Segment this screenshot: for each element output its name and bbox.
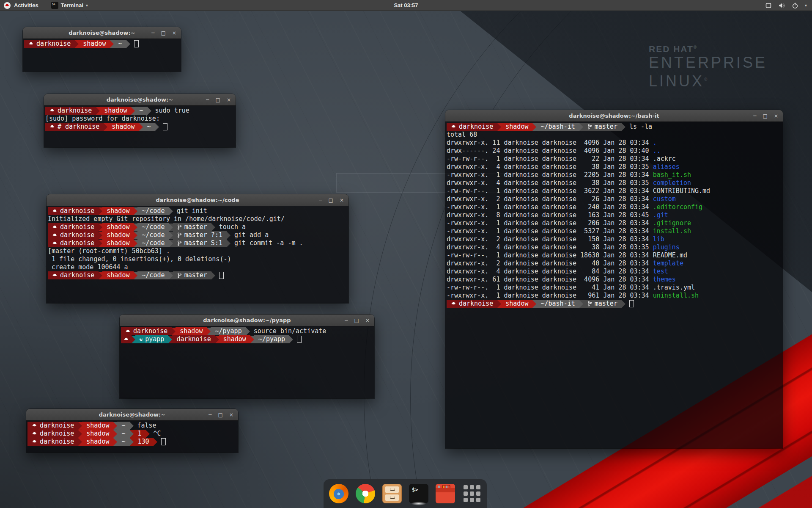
powerline-arrow (289, 336, 293, 343)
terminal-dock-icon[interactable]: $> (409, 484, 428, 503)
close-button[interactable]: × (229, 412, 233, 417)
terminal-cursor (297, 336, 302, 343)
toolbox-icon[interactable] (436, 484, 455, 503)
maximize-button[interactable]: □ (216, 97, 220, 102)
files-icon[interactable] (382, 484, 402, 503)
prompt-segment-user: darknoise (121, 327, 172, 335)
git-branch-icon (587, 124, 592, 130)
prompt-line: darknoiseshadow~/bash-itmasterls -la (447, 123, 783, 131)
maximize-button[interactable]: □ (329, 198, 333, 203)
minimize-button[interactable]: ─ (319, 198, 322, 203)
file-name: .travis.yml (653, 284, 695, 292)
powerline-arrow (134, 272, 137, 279)
window-titlebar[interactable]: darknoise@shadow:~/pyapp─□× (120, 315, 374, 326)
powerline-arrow (227, 240, 230, 247)
window-titlebar[interactable]: darknoise@shadow:~─□× (26, 409, 238, 421)
toolbox-lid (436, 488, 455, 492)
maximize-button[interactable]: □ (354, 318, 359, 323)
file-meta: drwxrwxr-x. 11 darknoise darknoise 4096 … (447, 139, 653, 147)
file-name: bash_it.sh (653, 171, 691, 179)
powerline-arrow (215, 336, 219, 343)
prompt-line: ☯pyappdarknoiseshadow~/pyapp (121, 335, 374, 343)
file-name: template (653, 260, 683, 268)
prompt-segment-user: darknoise (48, 231, 99, 239)
power-icon[interactable] (792, 2, 798, 9)
redhat-icon (52, 232, 58, 238)
prompt-line: # darknoiseshadow~ (45, 123, 236, 131)
terminal-content[interactable]: darknoiseshadow~/bash-itmasterls -latota… (445, 121, 783, 448)
close-button[interactable]: × (227, 97, 231, 102)
redhat-icon (32, 431, 37, 436)
maximize-button[interactable]: □ (763, 113, 768, 119)
terminal-cursor (629, 300, 634, 307)
close-button[interactable]: × (365, 318, 370, 323)
git-branch-icon (177, 232, 182, 238)
window-titlebar[interactable]: darknoise@shadow:~─□× (44, 94, 236, 106)
prompt-line: darknoiseshadow~130 (27, 438, 238, 446)
powerline-arrow (579, 300, 583, 308)
file-row: drwxrwxr-x. 61 darknoise darknoise 4096 … (447, 276, 783, 284)
minimize-button[interactable]: ─ (753, 113, 756, 119)
chrome-icon[interactable] (356, 484, 375, 503)
maximize-button[interactable]: □ (218, 412, 223, 417)
file-meta: -rw-rw-r--. 1 darknoise darknoise 41 Jan… (447, 284, 653, 292)
activities-button[interactable]: Activities (14, 2, 38, 8)
firefox-icon[interactable] (329, 484, 348, 503)
file-row: drwxrwxr-x. 2 darknoise darknoise 26 Jan… (447, 195, 783, 203)
powerline-arrow (130, 422, 134, 430)
file-meta: drwxrwxr-x. 2 darknoise darknoise 26 Jan… (447, 195, 653, 203)
powerline-arrow (99, 272, 102, 279)
prompt-segment-path: ~ (143, 123, 155, 131)
terminal-window: darknoise@shadow:~─□×darknoiseshadow~ (23, 27, 181, 72)
window-titlebar[interactable]: darknoise@shadow:~─□× (23, 27, 181, 39)
powerline-arrow (131, 107, 135, 115)
minimize-button[interactable]: ─ (345, 318, 348, 323)
terminal-content[interactable]: darknoiseshadow~falsedarknoiseshadow~1^C… (26, 420, 238, 453)
redhat-menu-icon[interactable] (4, 2, 11, 9)
file-meta: drwxrwxr-x. 4 darknoise darknoise 84 Jan… (447, 268, 653, 276)
window-titlebar[interactable]: darknoise@shadow:~/bash-it─□× (445, 110, 783, 122)
close-button[interactable]: × (172, 30, 176, 36)
caret-down-icon[interactable]: ▾ (805, 3, 807, 8)
minimize-button[interactable]: ─ (206, 97, 209, 102)
file-name: custom (653, 195, 676, 203)
app-grid-icon[interactable] (462, 484, 482, 503)
file-name: aliases (653, 163, 680, 171)
volume-icon[interactable] (778, 2, 785, 9)
terminal-window: darknoise@shadow:~/code─□×darknoiseshado… (47, 194, 348, 303)
terminal-content[interactable]: darknoiseshadow~/pyappsource bin/activat… (120, 326, 374, 398)
rhel-logo-redhat: RED HAT® (649, 44, 767, 54)
powerline-arrow (497, 123, 501, 131)
close-button[interactable]: × (774, 113, 778, 119)
prompt-segment-git: master (173, 223, 211, 231)
prompt-line: darknoiseshadow~/codemaster (48, 271, 348, 279)
prompt-segment-user: darknoise (24, 40, 75, 48)
file-name: test (653, 268, 668, 276)
file-row: -rwxrwxr-x. 1 darknoise darknoise 961 Ja… (447, 292, 783, 300)
app-menu[interactable]: $> Terminal ▾ (51, 2, 88, 9)
file-row: -rw-rw-r--. 1 darknoise darknoise 22 Jan… (447, 155, 783, 163)
file-meta: drwxrwxr-x. 4 darknoise darknoise 38 Jan… (447, 179, 653, 187)
terminal-output-line: total 68 (447, 131, 783, 139)
terminal-cursor (163, 123, 167, 130)
terminal-content[interactable]: darknoiseshadow~sudo true[sudo] password… (44, 105, 236, 147)
close-button[interactable]: × (340, 198, 344, 203)
terminal-content[interactable]: darknoiseshadow~ (23, 39, 181, 72)
file-row: drwxrwxr-x. 11 darknoise darknoise 4096 … (447, 139, 783, 147)
terminal-cursor (161, 438, 166, 445)
powerline-arrow (146, 430, 150, 438)
maximize-button[interactable]: □ (161, 30, 166, 36)
prompt-segment-host: shadow (107, 123, 139, 131)
prompt-segment-git: master (173, 271, 211, 279)
window-titlebar[interactable]: darknoise@shadow:~/code─□× (47, 194, 348, 206)
prompt-segment-user: darknoise (45, 107, 96, 115)
terminal-content[interactable]: darknoiseshadow~/codegit initInitialized… (47, 206, 348, 303)
clock[interactable]: Sat 03:57 (394, 2, 418, 8)
file-row: -rw-rw-r--. 1 darknoise darknoise 41 Jan… (447, 284, 783, 292)
minimize-button[interactable]: ─ (208, 412, 211, 417)
terminal-output-line: create mode 100644 a (48, 263, 348, 271)
file-row: drwxrwxr-x. 4 darknoise darknoise 38 Jan… (447, 243, 783, 251)
file-row: drwxrwxr-x. 8 darknoise darknoise 163 Ja… (447, 211, 783, 219)
minimize-button[interactable]: ─ (151, 30, 154, 36)
screen-share-icon[interactable] (765, 2, 772, 9)
